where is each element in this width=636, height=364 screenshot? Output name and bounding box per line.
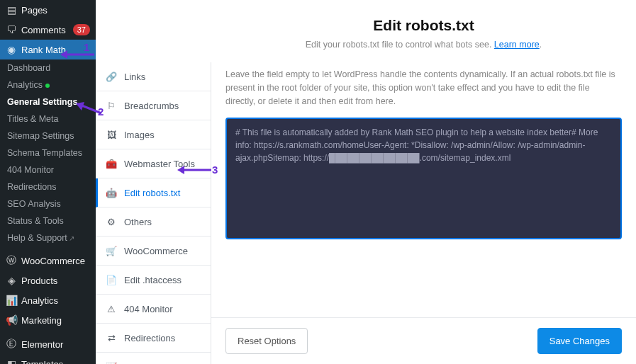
- green-dot-icon: [45, 84, 50, 88]
- chart-icon: 📈: [106, 361, 117, 364]
- marketing-icon: 📢: [6, 314, 17, 326]
- subitem-redirections[interactable]: Redirections: [0, 178, 96, 195]
- learn-more-link[interactable]: Learn more: [494, 40, 540, 50]
- main-header: Edit robots.txt Edit your robots.txt fil…: [211, 0, 636, 57]
- sidebar-item-woocommerce[interactable]: ⓦ WooCommerce: [0, 251, 96, 271]
- annotation-number-2: 2: [98, 106, 104, 118]
- main-panel: Edit robots.txt Edit your robots.txt fil…: [211, 0, 636, 364]
- subitem-status[interactable]: Status & Tools: [0, 212, 96, 229]
- save-button[interactable]: Save Changes: [537, 328, 622, 354]
- robot-icon: 🤖: [106, 187, 117, 198]
- footer-bar: Reset Options Save Changes: [211, 317, 636, 364]
- annotation-arrow-3: [177, 164, 213, 178]
- page-title: Edit robots.txt: [225, 17, 622, 34]
- sidebar-label-comments: Comments: [21, 25, 66, 35]
- tab-htaccess[interactable]: 📄Edit .htaccess: [96, 266, 211, 295]
- cart-icon: 🛒: [106, 245, 117, 256]
- svg-marker-0: [60, 50, 67, 59]
- toolbox-icon: 🧰: [106, 158, 117, 169]
- tab-links[interactable]: 🔗Links: [96, 62, 211, 91]
- robots-txt-editor[interactable]: # This file is automatically added by Ra…: [225, 118, 622, 239]
- sidebar-item-marketing[interactable]: 📢 Marketing: [0, 310, 96, 330]
- elementor-icon: Ⓔ: [6, 339, 17, 350]
- warning-icon: ⚠: [106, 303, 117, 314]
- rankmath-icon: ◉: [6, 44, 17, 55]
- tab-images[interactable]: 🖼Images: [96, 120, 211, 149]
- sidebar-label-pages: Pages: [21, 5, 48, 16]
- sidebar-item-analytics2[interactable]: 📊 Analytics: [0, 290, 96, 310]
- tab-breadcrumbs[interactable]: ⚐Breadcrumbs: [96, 91, 211, 120]
- sidebar-item-templates[interactable]: ◧ Templates: [0, 354, 96, 364]
- products-icon: ◈: [6, 275, 17, 286]
- sidebar-label-rankmath: Rank Math: [21, 45, 66, 55]
- sidebar-item-comments[interactable]: 🗨 Comments 37: [0, 20, 96, 40]
- sidebar-item-products[interactable]: ◈ Products: [0, 271, 96, 290]
- shuffle-icon: ⇄: [106, 332, 117, 343]
- pages-icon: ▤: [6, 4, 17, 16]
- subitem-seo-analysis[interactable]: SEO Analysis: [0, 195, 96, 212]
- annotation-number-3: 3: [212, 164, 218, 176]
- comments-icon: 🗨: [6, 24, 17, 35]
- file-icon: 📄: [106, 274, 117, 285]
- templates-icon: ◧: [6, 358, 17, 364]
- images-icon: 🖼: [106, 129, 117, 140]
- help-text: Leave the field empty to let WordPress h…: [225, 68, 622, 108]
- external-link-icon: ↗: [69, 234, 74, 242]
- main-body: Leave the field empty to let WordPress h…: [211, 57, 636, 246]
- subitem-help[interactable]: Help & Support↗: [0, 229, 96, 246]
- tab-edit-robots[interactable]: 🤖Edit robots.txt: [96, 178, 211, 207]
- breadcrumb-icon: ⚐: [106, 100, 117, 111]
- subitem-analytics[interactable]: Analytics: [0, 76, 96, 93]
- subitem-404[interactable]: 404 Monitor: [0, 161, 96, 178]
- link-icon: 🔗: [106, 71, 117, 82]
- woocommerce-icon: ⓦ: [6, 255, 17, 266]
- page-subtitle: Edit your robots.txt file to control wha…: [225, 40, 622, 50]
- annotation-arrow-1: [60, 48, 96, 63]
- sidebar-item-elementor[interactable]: Ⓔ Elementor: [0, 334, 96, 354]
- tab-redirections[interactable]: ⇄Redirections: [96, 324, 211, 353]
- settings-tabs: 🔗Links ⚐Breadcrumbs 🖼Images 🧰Webmaster T…: [96, 62, 211, 364]
- gear-icon: ⚙: [106, 216, 117, 227]
- analytics-icon: 📊: [6, 295, 17, 306]
- comments-badge: 37: [73, 24, 90, 35]
- reset-button[interactable]: Reset Options: [225, 328, 308, 354]
- sidebar-item-pages[interactable]: ▤ Pages: [0, 0, 96, 20]
- subitem-schema[interactable]: Schema Templates: [0, 144, 96, 161]
- annotation-number-1: 1: [84, 41, 89, 53]
- subitem-sitemap[interactable]: Sitemap Settings: [0, 127, 96, 144]
- tab-woocommerce[interactable]: 🛒WooCommerce: [96, 237, 211, 266]
- tab-others[interactable]: ⚙Others: [96, 207, 211, 237]
- tab-analytics[interactable]: 📈Analytics: [96, 353, 211, 364]
- svg-marker-2: [177, 166, 184, 174]
- tab-404[interactable]: ⚠404 Monitor: [96, 295, 211, 324]
